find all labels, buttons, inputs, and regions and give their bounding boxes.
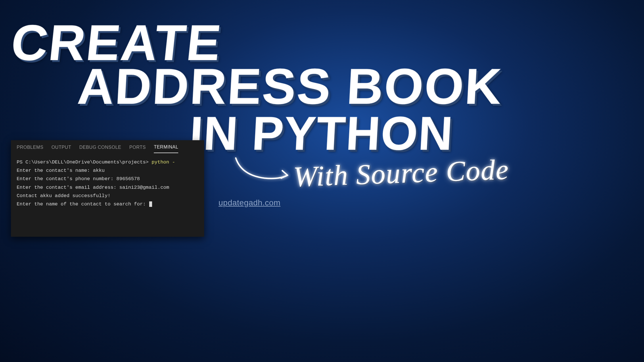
- terminal-panel: PROBLEMS OUTPUT DEBUG CONSOLE PORTS TERM…: [11, 140, 204, 237]
- terminal-line: Enter the contact's phone number: 896565…: [17, 176, 140, 182]
- headline-in-python: IN PYTHON: [188, 106, 455, 161]
- terminal-line: Contact akku added successfully!: [17, 193, 110, 199]
- website-link[interactable]: updategadh.com: [218, 198, 281, 207]
- prompt-path: PS C:\Users\DELL\OneDrive\Documents\proj…: [17, 159, 152, 165]
- cursor-icon: [149, 201, 152, 207]
- terminal-output[interactable]: PS C:\Users\DELL\OneDrive\Documents\proj…: [11, 154, 204, 212]
- terminal-line: Enter the contact's email address: saini…: [17, 185, 169, 190]
- command-text: python -: [152, 159, 175, 165]
- tab-problems[interactable]: PROBLEMS: [17, 145, 43, 153]
- tab-ports[interactable]: PORTS: [129, 145, 146, 153]
- terminal-tabs: PROBLEMS OUTPUT DEBUG CONSOLE PORTS TERM…: [11, 140, 204, 154]
- terminal-line: Enter the contact's name: akku: [17, 168, 105, 173]
- arrow-icon: [230, 155, 299, 190]
- tab-output[interactable]: OUTPUT: [51, 145, 71, 153]
- tab-terminal[interactable]: TERMINAL: [154, 145, 178, 153]
- tab-debug-console[interactable]: DEBUG CONSOLE: [79, 145, 121, 153]
- terminal-line: Enter the name of the contact to search …: [17, 201, 149, 207]
